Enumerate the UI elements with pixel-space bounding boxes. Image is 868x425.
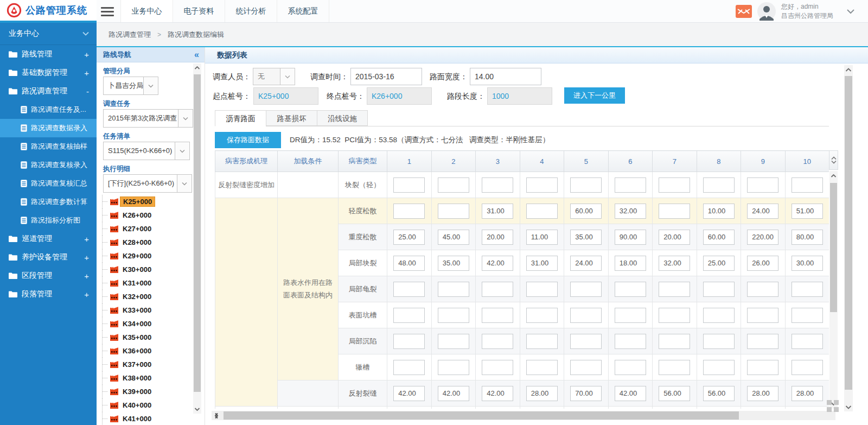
sidebar-item[interactable]: 巡道管理+: [0, 230, 97, 248]
damage-value-input[interactable]: [792, 386, 823, 401]
damage-value-input[interactable]: [438, 204, 469, 219]
damage-value-input[interactable]: [526, 386, 558, 401]
damage-value-input[interactable]: [615, 360, 646, 375]
station-item[interactable]: K35+000: [102, 331, 192, 344]
damage-value-input[interactable]: [792, 256, 823, 271]
station-item[interactable]: K30+000: [102, 263, 192, 276]
scrollbar-thumb[interactable]: [830, 183, 837, 312]
damage-value-input[interactable]: [393, 256, 425, 271]
resize-grip[interactable]: [827, 400, 841, 414]
damage-value-input[interactable]: [570, 204, 602, 219]
damage-value-input[interactable]: [615, 204, 646, 219]
breadcrumb-item[interactable]: 路况调查管理: [108, 30, 151, 40]
damage-value-input[interactable]: [659, 282, 690, 297]
damage-value-input[interactable]: [792, 308, 823, 323]
scroll-down-arrow[interactable]: [193, 405, 201, 414]
station-item[interactable]: K27+000: [102, 222, 192, 236]
damage-value-input[interactable]: [438, 256, 469, 271]
sidebar-item[interactable]: 段落管理+: [0, 285, 97, 303]
sidebar-subitem[interactable]: 路况调查参数计算: [0, 193, 97, 211]
station-item[interactable]: K33+000: [102, 303, 192, 317]
damage-value-input[interactable]: [526, 256, 558, 271]
damage-value-input[interactable]: [482, 386, 513, 401]
chevron-down-icon[interactable]: [143, 77, 158, 94]
top-nav-item[interactable]: 系统配置: [277, 0, 329, 22]
damage-value-input[interactable]: [438, 282, 469, 297]
station-item[interactable]: K37+000: [102, 358, 192, 371]
page-vertical-scrollbar[interactable]: [844, 65, 853, 411]
scroll-up-arrow[interactable]: [829, 172, 838, 180]
damage-value-input[interactable]: [393, 282, 425, 297]
damage-value-input[interactable]: [570, 177, 602, 193]
damage-value-input[interactable]: [482, 230, 513, 245]
sidebar-item[interactable]: 路线管理+: [0, 45, 97, 64]
damage-value-input[interactable]: [792, 177, 823, 193]
collapse-panel-button[interactable]: «: [194, 50, 199, 60]
damage-value-input[interactable]: [747, 256, 778, 271]
damage-value-input[interactable]: [659, 230, 690, 245]
damage-value-input[interactable]: [615, 334, 646, 349]
scroll-up-arrow[interactable]: [193, 64, 201, 72]
sidebar-item[interactable]: 区段管理+: [0, 267, 97, 285]
damage-value-input[interactable]: [747, 204, 778, 219]
station-item[interactable]: K31+000: [102, 276, 192, 290]
damage-value-input[interactable]: [703, 386, 735, 401]
damage-value-input[interactable]: [659, 334, 690, 349]
damage-value-input[interactable]: [438, 308, 469, 323]
sidebar-header[interactable]: 业务中心: [0, 23, 97, 45]
station-item[interactable]: K28+000: [102, 236, 192, 249]
tab-item[interactable]: 路基损坏: [266, 110, 317, 126]
station-item[interactable]: K34+000: [102, 317, 192, 331]
damage-value-input[interactable]: [792, 282, 823, 297]
damage-value-input[interactable]: [482, 360, 513, 375]
damage-value-input[interactable]: [703, 177, 735, 193]
expand-toggle-icon[interactable]: +: [84, 234, 89, 244]
top-nav-item[interactable]: 统计分析: [225, 0, 277, 22]
filter-dropdown[interactable]: 2015年第3次路况调查: [103, 109, 193, 128]
table-vertical-scrollbar[interactable]: [829, 150, 838, 409]
damage-value-input[interactable]: [659, 177, 690, 193]
damage-value-input[interactable]: [526, 177, 558, 193]
expand-toggle-icon[interactable]: -: [86, 87, 89, 96]
damage-value-input[interactable]: [659, 256, 690, 271]
damage-value-input[interactable]: [438, 360, 469, 375]
damage-value-input[interactable]: [615, 256, 646, 271]
damage-value-input[interactable]: [703, 308, 735, 323]
station-item[interactable]: K40+000: [102, 398, 192, 412]
damage-value-input[interactable]: [703, 334, 735, 349]
route-nav-scrollbar[interactable]: [193, 64, 201, 414]
damage-value-input[interactable]: [659, 204, 690, 219]
damage-value-input[interactable]: [393, 308, 425, 323]
expand-toggle-icon[interactable]: +: [84, 253, 89, 262]
top-nav-item[interactable]: 电子资料: [173, 0, 225, 22]
table-scroll-buttons[interactable]: [829, 150, 838, 170]
sidebar-item[interactable]: 基础数据管理+: [0, 64, 97, 82]
filter-dropdown[interactable]: [下行](K25+0-K66+0): [103, 174, 192, 193]
damage-value-input[interactable]: [526, 282, 558, 297]
horizontal-scrollbar[interactable]: [212, 411, 835, 420]
chevron-down-icon[interactable]: [177, 175, 192, 192]
expand-toggle-icon[interactable]: +: [84, 290, 89, 299]
damage-value-input[interactable]: [526, 204, 558, 219]
damage-value-input[interactable]: [393, 334, 425, 349]
sidebar-item[interactable]: 路况调查管理-: [0, 82, 97, 100]
sidebar-subitem[interactable]: 路况调查复核汇总: [0, 174, 97, 193]
surveyor-select[interactable]: 无: [253, 68, 295, 85]
damage-value-input[interactable]: [615, 308, 646, 323]
filter-dropdown[interactable]: 卜昌吉分局: [103, 77, 158, 95]
menu-toggle-icon[interactable]: [101, 7, 114, 18]
scrollbar-thumb[interactable]: [224, 411, 739, 420]
damage-value-input[interactable]: [570, 230, 602, 245]
messages-icon[interactable]: [736, 5, 752, 18]
damage-value-input[interactable]: [570, 360, 602, 375]
damage-value-input[interactable]: [570, 308, 602, 323]
tab-item[interactable]: 沿线设施: [317, 110, 368, 126]
sidebar-subitem[interactable]: 路况调查数据录入: [0, 119, 97, 137]
damage-value-input[interactable]: [438, 386, 469, 401]
damage-value-input[interactable]: [659, 386, 690, 401]
damage-value-input[interactable]: [703, 360, 735, 375]
damage-value-input[interactable]: [393, 204, 425, 219]
damage-value-input[interactable]: [792, 230, 823, 245]
damage-value-input[interactable]: [747, 282, 778, 297]
damage-value-input[interactable]: [747, 177, 778, 193]
